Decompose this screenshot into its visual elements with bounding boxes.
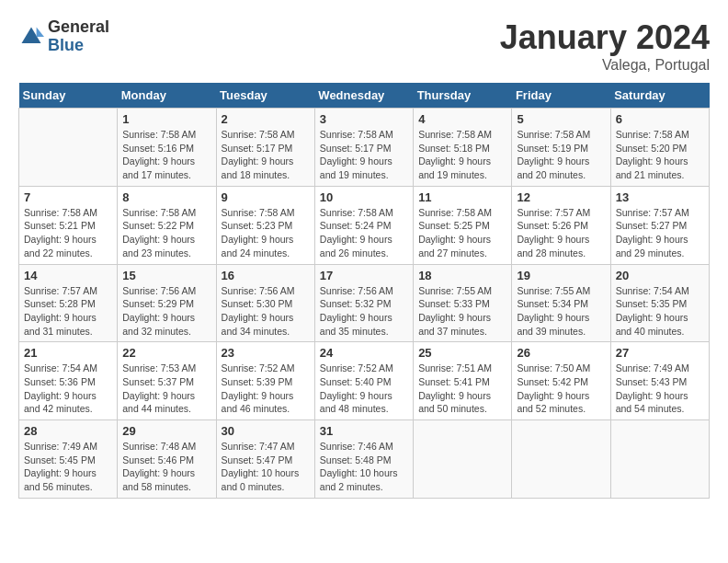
day-number: 31	[320, 424, 408, 438]
calendar-cell: 23Sunrise: 7:52 AMSunset: 5:39 PMDayligh…	[216, 342, 314, 420]
day-info: Sunrise: 7:49 AMSunset: 5:45 PMDaylight:…	[24, 440, 112, 494]
calendar-cell: 31Sunrise: 7:46 AMSunset: 5:48 PMDayligh…	[314, 420, 413, 499]
calendar-cell: 18Sunrise: 7:55 AMSunset: 5:33 PMDayligh…	[414, 264, 512, 342]
page-header: General Blue January 2024 Valega, Portug…	[18, 18, 710, 74]
day-info: Sunrise: 7:58 AMSunset: 5:19 PMDaylight:…	[517, 128, 605, 182]
day-number: 5	[517, 112, 605, 126]
logo: General Blue	[18, 18, 109, 55]
calendar-cell: 6Sunrise: 7:58 AMSunset: 5:20 PMDaylight…	[610, 109, 709, 187]
day-info: Sunrise: 7:56 AMSunset: 5:32 PMDaylight:…	[320, 284, 408, 339]
day-number: 10	[320, 190, 408, 204]
calendar-week-3: 14Sunrise: 7:57 AMSunset: 5:28 PMDayligh…	[19, 264, 710, 342]
day-header-friday: Friday	[512, 83, 610, 109]
calendar-cell: 14Sunrise: 7:57 AMSunset: 5:28 PMDayligh…	[19, 264, 118, 342]
day-info: Sunrise: 7:54 AMSunset: 5:36 PMDaylight:…	[24, 362, 112, 416]
day-info: Sunrise: 7:58 AMSunset: 5:20 PMDaylight:…	[616, 128, 704, 182]
calendar-cell: 13Sunrise: 7:57 AMSunset: 5:27 PMDayligh…	[610, 186, 709, 264]
calendar-cell: 8Sunrise: 7:58 AMSunset: 5:22 PMDaylight…	[118, 186, 216, 264]
calendar-cell: 30Sunrise: 7:47 AMSunset: 5:47 PMDayligh…	[216, 420, 314, 499]
calendar-cell	[19, 109, 118, 187]
day-info: Sunrise: 7:46 AMSunset: 5:48 PMDaylight:…	[320, 440, 408, 494]
day-number: 15	[122, 269, 210, 282]
day-number: 16	[222, 269, 310, 282]
calendar-week-1: 1Sunrise: 7:58 AMSunset: 5:16 PMDaylight…	[19, 109, 710, 187]
day-info: Sunrise: 7:52 AMSunset: 5:40 PMDaylight:…	[320, 362, 408, 416]
logo-text: General Blue	[48, 18, 109, 55]
day-header-tuesday: Tuesday	[216, 83, 314, 109]
calendar-cell: 25Sunrise: 7:51 AMSunset: 5:41 PMDayligh…	[414, 342, 512, 420]
day-number: 18	[418, 269, 506, 282]
calendar-cell: 4Sunrise: 7:58 AMSunset: 5:18 PMDaylight…	[414, 109, 512, 187]
day-number: 24	[320, 346, 408, 360]
calendar-week-4: 21Sunrise: 7:54 AMSunset: 5:36 PMDayligh…	[19, 342, 710, 420]
calendar-cell: 2Sunrise: 7:58 AMSunset: 5:17 PMDaylight…	[216, 109, 314, 187]
calendar-cell: 10Sunrise: 7:58 AMSunset: 5:24 PMDayligh…	[314, 186, 413, 264]
day-info: Sunrise: 7:58 AMSunset: 5:17 PMDaylight:…	[320, 128, 408, 182]
calendar-cell: 17Sunrise: 7:56 AMSunset: 5:32 PMDayligh…	[314, 264, 413, 342]
day-info: Sunrise: 7:58 AMSunset: 5:21 PMDaylight:…	[24, 206, 112, 260]
day-number: 26	[517, 346, 605, 360]
day-info: Sunrise: 7:51 AMSunset: 5:41 PMDaylight:…	[418, 362, 506, 416]
title-section: January 2024 Valega, Portugal	[500, 18, 710, 74]
day-number: 4	[418, 112, 506, 126]
header-row: SundayMondayTuesdayWednesdayThursdayFrid…	[19, 83, 710, 109]
day-info: Sunrise: 7:58 AMSunset: 5:22 PMDaylight:…	[122, 206, 210, 260]
day-number: 12	[517, 190, 605, 204]
day-header-thursday: Thursday	[414, 83, 512, 109]
day-number: 13	[616, 190, 704, 204]
day-number: 8	[122, 190, 210, 204]
day-info: Sunrise: 7:55 AMSunset: 5:34 PMDaylight:…	[517, 284, 605, 339]
day-number: 11	[418, 190, 506, 204]
day-number: 29	[122, 424, 210, 438]
calendar-cell	[610, 420, 709, 499]
calendar-cell: 28Sunrise: 7:49 AMSunset: 5:45 PMDayligh…	[19, 420, 118, 499]
location: Valega, Portugal	[500, 57, 710, 74]
day-info: Sunrise: 7:54 AMSunset: 5:35 PMDaylight:…	[616, 284, 704, 339]
calendar-week-2: 7Sunrise: 7:58 AMSunset: 5:21 PMDaylight…	[19, 186, 710, 264]
month-title: January 2024	[500, 18, 710, 57]
day-number: 3	[320, 112, 408, 126]
calendar-cell: 12Sunrise: 7:57 AMSunset: 5:26 PMDayligh…	[512, 186, 610, 264]
day-info: Sunrise: 7:58 AMSunset: 5:24 PMDaylight:…	[320, 206, 408, 260]
day-header-sunday: Sunday	[19, 83, 118, 109]
calendar-cell: 26Sunrise: 7:50 AMSunset: 5:42 PMDayligh…	[512, 342, 610, 420]
calendar-cell: 29Sunrise: 7:48 AMSunset: 5:46 PMDayligh…	[118, 420, 216, 499]
day-number: 21	[24, 346, 112, 360]
day-number: 22	[122, 346, 210, 360]
calendar-cell: 7Sunrise: 7:58 AMSunset: 5:21 PMDaylight…	[19, 186, 118, 264]
svg-marker-1	[37, 27, 44, 37]
day-info: Sunrise: 7:50 AMSunset: 5:42 PMDaylight:…	[517, 362, 605, 416]
day-info: Sunrise: 7:56 AMSunset: 5:30 PMDaylight:…	[222, 284, 310, 339]
calendar-cell: 20Sunrise: 7:54 AMSunset: 5:35 PMDayligh…	[610, 264, 709, 342]
day-info: Sunrise: 7:52 AMSunset: 5:39 PMDaylight:…	[222, 362, 310, 416]
calendar-cell: 16Sunrise: 7:56 AMSunset: 5:30 PMDayligh…	[216, 264, 314, 342]
calendar-cell	[512, 420, 610, 499]
day-number: 9	[222, 190, 310, 204]
day-info: Sunrise: 7:58 AMSunset: 5:25 PMDaylight:…	[418, 206, 506, 260]
day-info: Sunrise: 7:57 AMSunset: 5:28 PMDaylight:…	[24, 284, 112, 339]
day-number: 1	[122, 112, 210, 126]
day-number: 27	[616, 346, 704, 360]
day-number: 7	[24, 190, 112, 204]
day-number: 28	[24, 424, 112, 438]
day-info: Sunrise: 7:58 AMSunset: 5:16 PMDaylight:…	[122, 128, 210, 182]
day-header-wednesday: Wednesday	[314, 83, 413, 109]
calendar-cell: 27Sunrise: 7:49 AMSunset: 5:43 PMDayligh…	[610, 342, 709, 420]
day-info: Sunrise: 7:55 AMSunset: 5:33 PMDaylight:…	[418, 284, 506, 339]
calendar-cell: 22Sunrise: 7:53 AMSunset: 5:37 PMDayligh…	[118, 342, 216, 420]
day-number: 23	[222, 346, 310, 360]
day-header-monday: Monday	[118, 83, 216, 109]
day-info: Sunrise: 7:57 AMSunset: 5:26 PMDaylight:…	[517, 206, 605, 260]
calendar-cell: 15Sunrise: 7:56 AMSunset: 5:29 PMDayligh…	[118, 264, 216, 342]
calendar-cell: 19Sunrise: 7:55 AMSunset: 5:34 PMDayligh…	[512, 264, 610, 342]
day-info: Sunrise: 7:48 AMSunset: 5:46 PMDaylight:…	[122, 440, 210, 494]
day-number: 17	[320, 269, 408, 282]
calendar-cell	[414, 420, 512, 499]
calendar-cell: 5Sunrise: 7:58 AMSunset: 5:19 PMDaylight…	[512, 109, 610, 187]
calendar-cell: 3Sunrise: 7:58 AMSunset: 5:17 PMDaylight…	[314, 109, 413, 187]
day-number: 25	[418, 346, 506, 360]
day-number: 30	[222, 424, 310, 438]
day-info: Sunrise: 7:58 AMSunset: 5:17 PMDaylight:…	[222, 128, 310, 182]
calendar-table: SundayMondayTuesdayWednesdayThursdayFrid…	[18, 83, 710, 499]
day-info: Sunrise: 7:58 AMSunset: 5:18 PMDaylight:…	[418, 128, 506, 182]
